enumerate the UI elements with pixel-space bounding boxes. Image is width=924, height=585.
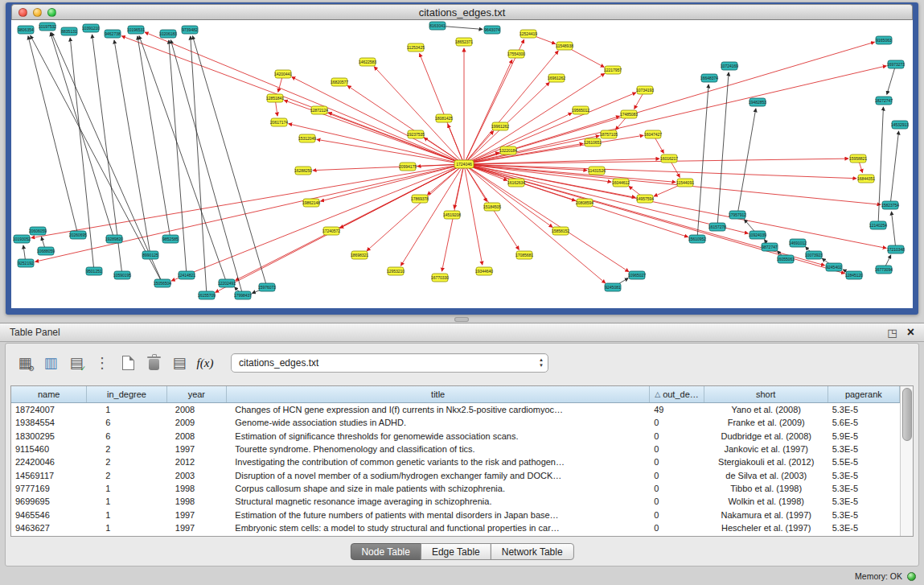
minimize-window-button[interactable] [33,8,42,17]
cell-title[interactable]: Investigating the contribution of common… [227,457,650,467]
cell-title[interactable]: Embryonic stem cells: a model to study s… [227,523,650,533]
graph-node[interactable]: 17957912 [729,211,746,219]
graph-node[interactable]: 12845120 [845,271,863,279]
unassigned-tables-icon[interactable]: ⋮ [91,352,113,374]
graph-edge[interactable] [35,164,464,262]
graph-edge[interactable] [697,84,708,239]
graph-node[interactable]: 15184505 [483,203,501,211]
graph-edge[interactable] [464,159,848,164]
cell-in_degree[interactable]: 1 [87,484,166,493]
cell-name[interactable]: 14569117 [11,471,87,480]
cell-year[interactable]: 1997 [167,523,228,533]
cell-year[interactable]: 1998 [167,484,228,493]
cell-name[interactable]: 18724007 [11,405,87,414]
cell-year[interactable]: 2003 [167,471,228,480]
cell-in_degree[interactable]: 1 [87,496,166,506]
cell-name[interactable]: 18300295 [11,431,87,441]
graph-node[interactable]: 10073923 [805,251,823,259]
table-selector-dropdown[interactable]: citations_edges.txt ▲ ▼ [231,353,548,373]
cell-pagerank[interactable]: 5.3E-5 [828,523,900,533]
cell-year[interactable]: 2008 [167,431,228,441]
graph-node[interactable]: 9739482 [182,26,198,34]
cell-pagerank[interactable]: 5.3E-5 [828,405,900,414]
cell-name[interactable]: 9463627 [11,523,87,533]
cell-pagerank[interactable]: 5.3E-5 [828,471,900,480]
cell-title[interactable]: Genome-wide association studies in ADHD. [227,418,650,427]
cell-year[interactable]: 2012 [167,457,228,467]
cell-in_degree[interactable]: 2 [87,444,166,454]
graph-node[interactable]: 8163041 [429,22,446,30]
graph-node[interactable]: 19237535 [407,130,425,138]
cell-in_degree[interactable]: 2 [87,457,166,467]
graph-node[interactable]: 19482853 [749,98,766,106]
cell-pagerank[interactable]: 5.3E-5 [828,510,900,520]
cell-year[interactable]: 2008 [167,405,228,414]
cell-out_degree[interactable]: 0 [650,471,704,480]
column-header-pagerank[interactable]: pagerank [828,386,900,402]
graph-node[interactable]: 20994175 [399,163,417,171]
graph-node[interactable]: 9462738 [105,30,121,38]
graph-node[interactable]: 16162634 [507,179,525,187]
cell-out_degree[interactable]: 0 [650,484,704,493]
graph-node[interactable]: 20617174 [270,118,288,126]
graph-edge[interactable] [28,36,78,235]
column-header-name[interactable]: name [11,386,87,402]
graph-node[interactable]: 18272747 [875,97,893,105]
graph-node[interactable]: 14691012 [789,239,807,247]
cell-out_degree[interactable]: 0 [650,510,704,520]
graph-node[interactable]: 12140254 [869,221,887,229]
cell-out_degree[interactable]: 0 [650,444,704,454]
graph-node[interactable]: 10197532 [39,23,56,31]
graph-node[interactable]: 12851841 [266,94,284,102]
graph-node[interactable]: 17240572 [322,227,340,235]
graph-node[interactable]: 14622583 [359,58,376,66]
close-window-button[interactable] [18,8,27,17]
graph-node[interactable]: 10590195 [113,271,131,279]
cell-year[interactable]: 2009 [167,418,228,427]
cell-pagerank[interactable]: 5.6E-5 [828,418,900,427]
split-pane-handle[interactable] [454,317,469,322]
graph-edge[interactable] [464,164,552,227]
network-graph[interactable]: 1724046186523711755430016961262195650121… [11,20,913,308]
graph-node[interactable]: 10724169 [721,62,738,70]
graph-node[interactable]: 9165063 [876,36,892,44]
graph-edge[interactable] [890,131,899,205]
graph-node[interactable]: 16773094 [875,266,893,274]
graph-node[interactable]: 14519208 [443,211,461,219]
graph-node[interactable]: 14532913 [891,121,909,129]
cell-pagerank[interactable]: 5.5E-5 [828,457,900,467]
cell-out_degree[interactable]: 0 [650,418,704,427]
graph-node[interactable]: 17998437 [234,291,252,299]
column-header-year[interactable]: year [167,386,227,402]
table-row[interactable]: 2242004622012Investigating the contribut… [11,455,900,468]
cell-title[interactable]: Estimation of significance thresholds fo… [227,431,650,441]
graph-node[interactable]: 11544091 [676,179,694,187]
graph-node[interactable]: 16155709 [198,291,216,299]
graph-edge[interactable] [145,32,464,164]
graph-node[interactable]: 17869378 [411,195,429,203]
network-canvas[interactable]: 1724046186523711755430016961262195650121… [11,20,913,308]
network-window-titlebar[interactable]: citations_edges.txt [11,4,913,20]
graph-node[interactable]: 9643074 [484,26,500,34]
graph-node[interactable]: 10391210 [82,24,100,32]
cell-short[interactable]: Tibbo et al. (1998) [704,484,828,493]
graph-node[interactable]: 12953210 [387,267,405,275]
cell-in_degree[interactable]: 6 [87,431,166,441]
cell-short[interactable]: Hescheler et al. (1997) [704,523,828,533]
graph-edge[interactable] [289,124,464,164]
graph-node[interactable]: 12217957 [604,66,622,74]
graph-node[interactable]: 13220184 [499,146,517,154]
graph-node[interactable]: 16961262 [548,74,565,82]
cell-short[interactable]: Dudbridge et al. (2008) [704,431,828,441]
graph-node[interactable]: 15823754 [881,201,899,209]
graph-node[interactable]: 16648374 [700,74,718,82]
graph-node[interactable]: 16288250 [294,167,312,175]
cell-in_degree[interactable]: 1 [87,523,166,533]
graph-node[interactable]: 15958821 [849,154,867,163]
cell-short[interactable]: Wolkin et al. (1998) [704,496,828,506]
tab-network-table[interactable]: Network Table [491,543,574,560]
table-row[interactable]: 1830029562008Estimation of significance … [11,430,900,443]
table-row[interactable]: 977716911998Corpus callosum shape and si… [11,482,900,495]
graph-node[interactable]: 18081425 [435,114,453,122]
import-table-icon[interactable]: ▤ [168,352,191,374]
